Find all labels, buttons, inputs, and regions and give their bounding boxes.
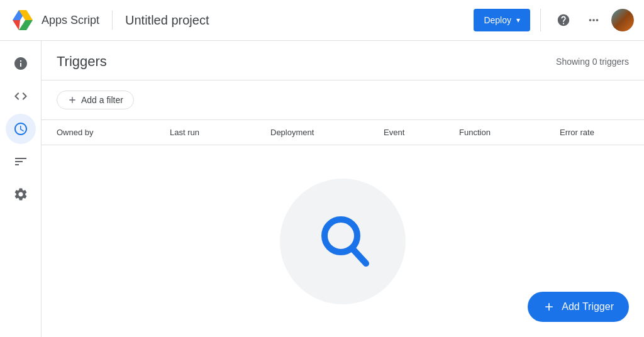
header-left: Apps Script Untitled project — [10, 8, 474, 33]
svg-line-6 — [352, 248, 366, 263]
search-empty-icon — [308, 207, 377, 276]
main-layout: Triggers Showing 0 triggers Add a filter… — [0, 41, 644, 337]
empty-state: Add Trigger — [42, 145, 644, 337]
apps-grid-icon — [587, 13, 601, 27]
table-header: Owned by Last run Deployment Event Funct… — [42, 120, 644, 145]
clock-icon — [13, 121, 28, 136]
avatar-image — [611, 9, 634, 31]
list-icon — [13, 154, 28, 169]
header-divider-v — [112, 11, 113, 30]
add-trigger-button[interactable]: Add Trigger — [528, 292, 629, 322]
add-filter-label: Add a filter — [81, 95, 123, 105]
sidebar-item-editor[interactable] — [6, 81, 36, 111]
add-filter-button[interactable]: Add a filter — [57, 91, 134, 109]
col-function: Function — [459, 128, 560, 137]
sidebar — [0, 41, 42, 337]
svg-marker-3 — [13, 20, 20, 30]
code-icon — [13, 89, 28, 104]
apps-script-logo — [10, 8, 35, 33]
col-event: Event — [384, 128, 459, 137]
add-trigger-plus-icon — [543, 301, 555, 313]
search-illustration — [280, 179, 406, 304]
deploy-dropdown-arrow: ▾ — [516, 16, 520, 25]
sidebar-item-settings[interactable] — [6, 179, 36, 209]
apps-button[interactable] — [581, 8, 606, 33]
help-icon — [557, 13, 570, 27]
app-title: Apps Script — [42, 14, 99, 27]
col-last-run: Last run — [170, 128, 270, 137]
app-header: Apps Script Untitled project Deploy ▾ — [0, 0, 644, 41]
logo-area: Apps Script — [10, 8, 99, 33]
deploy-label: Deploy — [484, 15, 511, 25]
gear-icon — [13, 187, 28, 202]
deploy-button[interactable]: Deploy ▾ — [474, 9, 530, 31]
info-icon — [13, 56, 28, 71]
col-error-rate: Error rate — [560, 128, 635, 137]
main-content: Triggers Showing 0 triggers Add a filter… — [42, 41, 644, 337]
header-right: Deploy ▾ — [474, 8, 634, 33]
col-owned-by: Owned by — [57, 128, 170, 137]
help-button[interactable] — [551, 8, 576, 33]
avatar[interactable] — [611, 9, 634, 31]
page-title: Triggers — [57, 53, 107, 70]
project-title[interactable]: Untitled project — [125, 13, 209, 28]
header-divider — [540, 9, 541, 31]
col-deployment: Deployment — [270, 128, 384, 137]
add-trigger-label: Add Trigger — [562, 301, 614, 312]
sidebar-item-overview[interactable] — [6, 48, 36, 79]
plus-icon — [67, 95, 77, 105]
sidebar-item-executions[interactable] — [6, 146, 36, 177]
filter-area: Add a filter — [42, 80, 644, 120]
triggers-count: Showing 0 triggers — [556, 57, 629, 67]
sidebar-item-triggers[interactable] — [6, 114, 36, 144]
triggers-header: Triggers Showing 0 triggers — [42, 41, 644, 80]
